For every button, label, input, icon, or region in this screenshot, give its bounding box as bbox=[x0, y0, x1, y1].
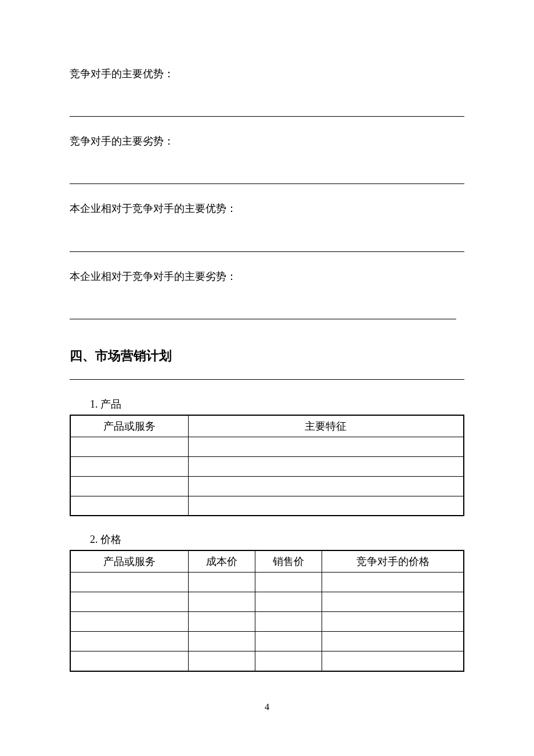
table-row bbox=[70, 496, 464, 516]
fill-line bbox=[70, 319, 456, 319]
our-advantage-prompt: 本企业相对于竞争对手的主要优势： bbox=[70, 201, 464, 216]
item-2-label: 2. 价格 bbox=[90, 532, 464, 546]
page-number: 4 bbox=[0, 702, 534, 712]
table-row bbox=[70, 476, 464, 496]
product-service-header: 产品或服务 bbox=[70, 415, 188, 437]
table-row bbox=[70, 632, 464, 651]
competitor-advantage-prompt: 竞争对手的主要优势： bbox=[70, 67, 464, 81]
product-service-header: 产品或服务 bbox=[70, 550, 188, 573]
sale-price-header: 销售价 bbox=[255, 550, 322, 573]
product-table: 产品或服务 主要特征 bbox=[70, 415, 464, 517]
competitor-price-header: 竞争对手的价格 bbox=[322, 550, 464, 573]
table-header-row: 产品或服务 主要特征 bbox=[70, 415, 464, 437]
item-1-label: 1. 产品 bbox=[90, 397, 464, 411]
fill-line bbox=[70, 251, 464, 252]
section-rule bbox=[70, 379, 464, 380]
fill-line bbox=[70, 183, 464, 184]
section-4-heading: 四、市场营销计划 bbox=[70, 347, 464, 365]
competitor-disadvantage-prompt: 竞争对手的主要劣势： bbox=[70, 134, 464, 149]
table-row bbox=[70, 437, 464, 456]
table-row bbox=[70, 612, 464, 632]
fill-line bbox=[70, 116, 464, 117]
price-table: 产品或服务 成本价 销售价 竞争对手的价格 bbox=[70, 550, 464, 672]
table-row bbox=[70, 573, 464, 592]
main-feature-header: 主要特征 bbox=[188, 415, 464, 437]
our-disadvantage-prompt: 本企业相对于竞争对手的主要劣势： bbox=[70, 269, 464, 284]
cost-price-header: 成本价 bbox=[188, 550, 255, 573]
table-row bbox=[70, 592, 464, 612]
table-row bbox=[70, 651, 464, 671]
table-header-row: 产品或服务 成本价 销售价 竞争对手的价格 bbox=[70, 550, 464, 573]
table-row bbox=[70, 456, 464, 476]
